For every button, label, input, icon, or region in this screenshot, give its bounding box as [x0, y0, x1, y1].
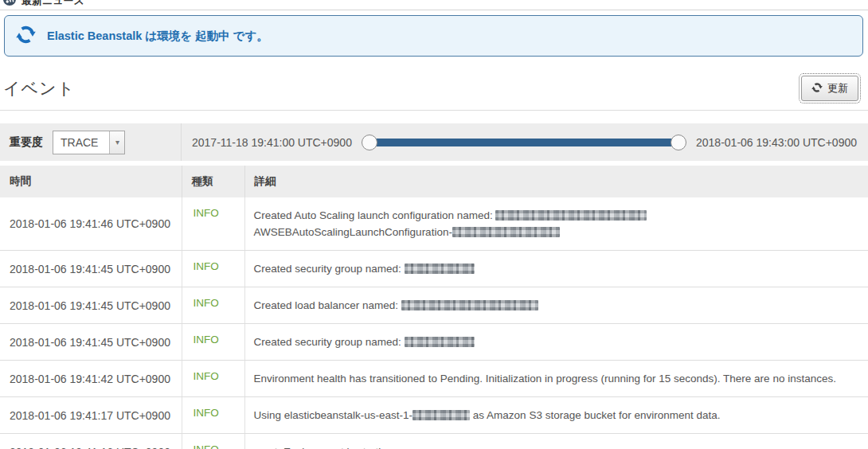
event-time: 2018-01-06 19:41:16 UTC+0900 — [0, 434, 182, 449]
table-row: 2018-01-06 19:41:16 UTC+0900INFOcreateEn… — [0, 434, 868, 449]
detail-line: Created security group named: — [254, 260, 858, 277]
event-type: INFO — [182, 287, 244, 324]
detail-text: Created security group named: — [254, 263, 405, 275]
top-clipped-strip: 最新ニュース — [0, 0, 868, 10]
filter-bar: 重要度 TRACE ▾ 2017-11-18 19:41:00 UTC+0900… — [0, 123, 868, 161]
detail-text: Using elasticbeanstalk-us-east-1- — [254, 409, 413, 421]
header-divider — [0, 110, 868, 111]
event-detail: Environment health has transitioned to P… — [244, 361, 868, 397]
latest-news-link[interactable]: 最新ニュース — [22, 0, 84, 8]
detail-text: Created security group named: — [254, 336, 405, 348]
chevron-down-icon: ▾ — [109, 131, 124, 154]
event-time: 2018-01-06 19:41:42 UTC+0900 — [0, 361, 182, 397]
event-time: 2018-01-06 19:41:45 UTC+0900 — [0, 251, 182, 287]
event-type: INFO — [182, 251, 244, 287]
refresh-button-label: 更新 — [827, 81, 848, 96]
column-header-type: 種類 — [182, 166, 244, 197]
detail-text: Environment health has transitioned to P… — [254, 373, 836, 385]
event-detail: Created Auto Scaling launch configuratio… — [244, 197, 868, 251]
redacted-text — [401, 300, 538, 310]
refresh-icon — [811, 82, 823, 96]
severity-select[interactable]: TRACE ▾ — [53, 131, 125, 154]
event-time: 2018-01-06 19:41:45 UTC+0900 — [0, 287, 182, 324]
redacted-text — [495, 210, 647, 221]
redacted-text — [452, 227, 560, 237]
table-row: 2018-01-06 19:41:46 UTC+0900INFOCreated … — [0, 197, 868, 251]
event-type: INFO — [182, 434, 244, 449]
detail-line: createEnvironment is starting. — [254, 443, 858, 449]
detail-text: Created Auto Scaling launch configuratio… — [254, 209, 496, 221]
redacted-text — [405, 337, 475, 347]
detail-line: Environment health has transitioned to P… — [254, 370, 858, 387]
detail-text: as Amazon S3 storage bucket for environm… — [470, 409, 720, 421]
severity-selected-value: TRACE — [53, 131, 109, 154]
refresh-spinner-icon — [15, 24, 37, 49]
detail-line: Created load balancer named: — [254, 297, 858, 314]
detail-line: Created Auto Scaling launch configuratio… — [254, 207, 858, 224]
event-time: 2018-01-06 19:41:45 UTC+0900 — [0, 324, 182, 361]
severity-label: 重要度 — [10, 135, 43, 150]
time-range-slider[interactable] — [369, 139, 679, 146]
table-row: 2018-01-06 19:41:45 UTC+0900INFOCreated … — [0, 251, 868, 287]
range-end-label: 2018-01-06 19:43:00 UTC+0900 — [696, 136, 857, 149]
column-header-time: 時間 — [0, 166, 182, 197]
range-start-label: 2017-11-18 19:41:00 UTC+0900 — [192, 136, 352, 149]
event-time: 2018-01-06 19:41:17 UTC+0900 — [0, 397, 182, 434]
slider-handle-end[interactable] — [671, 135, 686, 150]
event-detail: Using elasticbeanstalk-us-east-1- as Ama… — [244, 397, 868, 434]
events-table-body: 2018-01-06 19:41:46 UTC+0900INFOCreated … — [0, 197, 868, 449]
rss-icon — [3, 0, 16, 9]
redacted-text — [405, 264, 475, 274]
event-type: INFO — [182, 197, 244, 251]
detail-line: Created security group named: — [254, 334, 858, 350]
events-table: 時間 種類 詳細 2018-01-06 19:41:46 UTC+0900INF… — [0, 166, 868, 449]
event-type: INFO — [182, 397, 244, 434]
environment-status-banner: Elastic Beanstalk は環境を 起動中 です。 — [4, 15, 863, 57]
detail-text: AWSEBAutoScalingLaunchConfiguration- — [254, 226, 452, 238]
detail-text: Created load balancer named: — [254, 299, 401, 311]
event-detail: Created load balancer named: — [244, 287, 868, 324]
page-title: イベント — [3, 77, 75, 100]
table-row: 2018-01-06 19:41:42 UTC+0900INFOEnvironm… — [0, 361, 868, 397]
detail-line: Using elasticbeanstalk-us-east-1- as Ama… — [254, 407, 858, 424]
event-detail: Created security group named: — [244, 324, 868, 361]
table-row: 2018-01-06 19:41:45 UTC+0900INFOCreated … — [0, 324, 868, 361]
table-header-row: 時間 種類 詳細 — [0, 166, 868, 197]
event-type: INFO — [182, 324, 244, 361]
table-row: 2018-01-06 19:41:45 UTC+0900INFOCreated … — [0, 287, 868, 324]
refresh-button[interactable]: 更新 — [801, 76, 858, 101]
event-type: INFO — [182, 361, 244, 397]
detail-line: AWSEBAutoScalingLaunchConfiguration- — [254, 224, 858, 240]
detail-text: createEnvironment is starting. — [254, 446, 397, 449]
banner-message: Elastic Beanstalk は環境を 起動中 です。 — [47, 29, 268, 44]
redacted-text — [412, 410, 470, 420]
table-row: 2018-01-06 19:41:17 UTC+0900INFOUsing el… — [0, 397, 868, 434]
slider-handle-start[interactable] — [362, 135, 377, 150]
event-detail: createEnvironment is starting. — [244, 434, 868, 449]
event-time: 2018-01-06 19:41:46 UTC+0900 — [0, 197, 182, 251]
column-header-detail: 詳細 — [244, 166, 868, 197]
event-detail: Created security group named: — [244, 251, 868, 287]
